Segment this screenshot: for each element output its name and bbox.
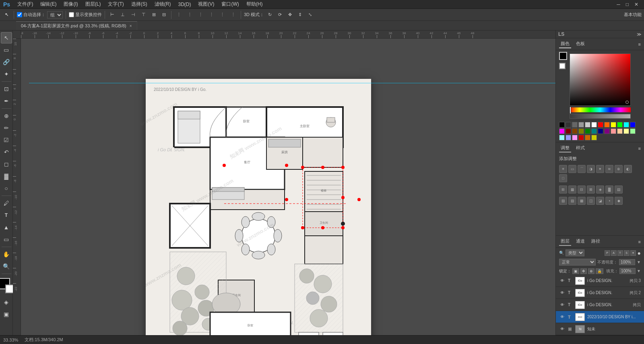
layer-4-visibility[interactable]: 👁 — [559, 314, 566, 320]
eraser-tool[interactable]: ◻ — [1, 159, 12, 170]
color-swatch[interactable] — [578, 135, 584, 140]
distribute-bottom-btn[interactable]: ⋮ — [229, 11, 238, 19]
adj-posterize-icon[interactable]: ⊠ — [587, 185, 595, 194]
filter-adj-icon[interactable]: A — [611, 250, 617, 256]
color-swatch[interactable] — [604, 128, 610, 134]
filter-pixel-icon[interactable]: P — [605, 250, 610, 256]
lock-position-icon[interactable]: ✥ — [580, 268, 587, 274]
color-gradient-picker[interactable] — [570, 54, 631, 106]
color-opacity-bar[interactable] — [570, 114, 631, 119]
color-tab[interactable]: 颜色 — [559, 40, 571, 48]
document-tab-close[interactable]: × — [130, 24, 132, 28]
color-swatch[interactable] — [598, 128, 603, 134]
color-swatch[interactable] — [591, 122, 597, 128]
adj-extra-4[interactable]: ◫ — [587, 197, 595, 205]
eyedropper-tool[interactable]: ✒ — [1, 95, 12, 107]
layer-item-5[interactable]: 👁 ▣ 知 知未 — [556, 323, 644, 335]
color-hue-indicator[interactable] — [570, 107, 571, 114]
distribute-top-btn[interactable]: ⋮ — [207, 11, 216, 19]
filter-shape-icon[interactable]: S — [624, 250, 630, 256]
auto-select-type-select[interactable]: 组 — [47, 11, 63, 19]
adj-extra-3[interactable]: ▩ — [578, 197, 586, 205]
layer-item-3[interactable]: 👁 T iGo i Go DESIGN. 拷贝 — [556, 299, 644, 311]
quick-mask-tool[interactable]: ◈ — [1, 297, 12, 308]
menu-layer[interactable]: 图层(L) — [82, 0, 104, 8]
3d-roll-btn[interactable]: ⟳ — [276, 11, 284, 19]
color-swatch[interactable] — [566, 135, 571, 140]
window-maximize[interactable]: □ — [623, 1, 631, 8]
shape-tool[interactable]: ▭ — [1, 234, 12, 245]
3d-pan-btn[interactable]: ✥ — [286, 11, 294, 19]
layers-tab-channels[interactable]: 通道 — [574, 237, 586, 246]
align-right-btn[interactable]: ⊣ — [129, 11, 138, 19]
color-swatch[interactable] — [630, 122, 636, 128]
adj-gradient-map-icon[interactable]: ▓ — [605, 185, 613, 194]
opacity-input[interactable] — [619, 259, 635, 265]
adj-tab-style[interactable]: 样式 — [574, 144, 586, 152]
adj-hsl-icon[interactable]: ≋ — [605, 165, 613, 173]
align-bottom-btn[interactable]: ⊟ — [160, 11, 168, 19]
3d-scale-btn[interactable]: ⤡ — [306, 11, 314, 19]
color-swatch[interactable] — [559, 135, 565, 140]
window-close[interactable]: ✕ — [632, 1, 641, 8]
layer-item-4[interactable]: 👁 T 2022 2022/10/10 DESIGN BY i... — [556, 311, 644, 323]
distribute-center-btn[interactable]: ⋮ — [185, 11, 194, 19]
color-swatch[interactable] — [604, 122, 610, 128]
menu-edit[interactable]: 编辑(E) — [37, 0, 60, 8]
adj-photo-filter-icon[interactable]: □ — [559, 174, 567, 182]
distribute-vcenter-btn[interactable]: ⋮ — [218, 11, 227, 19]
adj-panel-menu[interactable]: ≡ — [638, 146, 641, 151]
color-swatch[interactable] — [585, 122, 590, 128]
adj-extra-2[interactable]: ▨ — [568, 197, 576, 205]
menu-image[interactable]: 图像(I) — [60, 0, 81, 8]
color-swatch[interactable] — [623, 122, 629, 128]
adj-exposure-icon[interactable]: ◑ — [587, 165, 595, 173]
color-swatch[interactable] — [566, 128, 571, 134]
color-fg-bg-selector[interactable] — [0, 278, 14, 293]
align-top-btn[interactable]: ⊤ — [139, 11, 148, 19]
menu-view[interactable]: 视图(V) — [195, 0, 217, 8]
layer-1-visibility[interactable]: 👁 — [559, 278, 566, 284]
panel-collapse-btn[interactable]: ≫ — [637, 32, 642, 37]
align-left-btn[interactable]: ⊢ — [108, 11, 117, 19]
history-tool[interactable]: ↶ — [1, 146, 12, 158]
hand-tool[interactable]: ✋ — [1, 249, 12, 260]
filter-smart-icon[interactable]: ✦ — [630, 250, 636, 256]
menu-text[interactable]: 文字(T) — [105, 0, 127, 8]
selection-tool[interactable]: ▭ — [1, 44, 12, 56]
path-select-tool[interactable]: ▲ — [1, 222, 12, 233]
adj-channel-mixer-icon[interactable]: ⊞ — [559, 185, 567, 194]
healing-tool[interactable]: ⊕ — [1, 110, 12, 122]
adj-curves-icon[interactable]: ⌒ — [578, 165, 586, 173]
adj-extra-7[interactable]: ◆ — [615, 197, 623, 205]
color-panel-menu[interactable]: ≡ — [638, 42, 641, 47]
color-swatch[interactable] — [572, 135, 578, 140]
color-swatch[interactable] — [630, 128, 636, 134]
lasso-tool[interactable]: 🔗 — [1, 56, 12, 68]
quick-select-tool[interactable]: ✦ — [1, 68, 12, 80]
opacity-arrow[interactable]: ▼ — [637, 260, 641, 264]
adj-vibrance-icon[interactable]: ✦ — [596, 165, 604, 173]
fg-color-swatch[interactable] — [559, 52, 567, 60]
auto-select-checkbox[interactable] — [17, 12, 22, 17]
color-swatch[interactable] — [572, 128, 578, 134]
color-swatch[interactable] — [623, 128, 629, 134]
lock-all-icon[interactable]: 🔒 — [596, 268, 603, 274]
adj-brightness-icon[interactable]: ☀ — [559, 165, 567, 173]
adj-tab-adjust[interactable]: 调整 — [559, 144, 571, 152]
distribute-right-btn[interactable]: ⋮ — [196, 11, 205, 19]
move-tool-btn[interactable]: ↖ — [2, 11, 11, 19]
menu-window[interactable]: 窗口(W) — [218, 0, 242, 8]
adj-threshold-icon[interactable]: ◈ — [596, 185, 604, 194]
add-adjustment-btn[interactable]: 添加调整 — [556, 154, 644, 163]
layer-item-1[interactable]: 👁 T iGo i Go DESIGN. 拷贝 3 — [556, 275, 644, 287]
menu-filter[interactable]: 滤镜(R) — [151, 0, 174, 8]
adj-extra-5[interactable]: ◪ — [596, 197, 604, 205]
color-swatch[interactable] — [591, 128, 597, 134]
fill-input[interactable] — [619, 268, 636, 274]
adj-levels-icon[interactable]: ▭ — [568, 165, 576, 173]
filter-type-icon[interactable]: T — [617, 250, 623, 256]
color-swatch[interactable] — [611, 122, 616, 128]
layer-5-visibility[interactable]: 👁 — [559, 326, 566, 332]
3d-rotate-btn[interactable]: ↻ — [266, 11, 274, 19]
